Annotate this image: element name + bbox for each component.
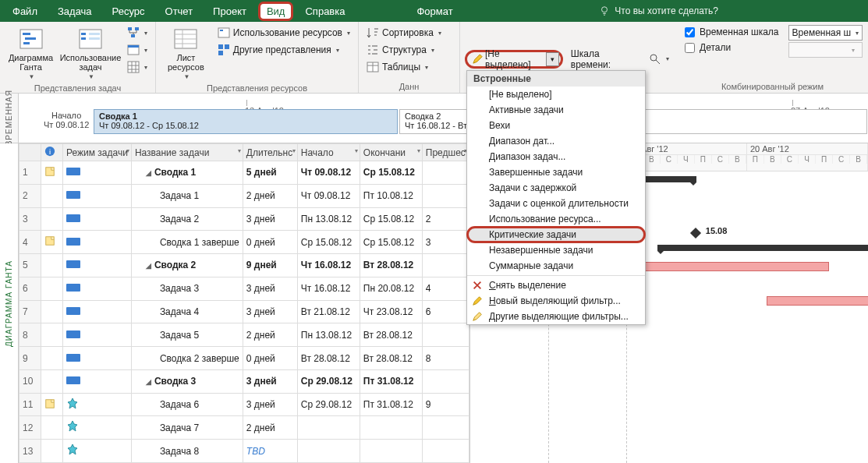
row-finish[interactable]: Пт 10.08.12 (360, 184, 422, 207)
row-pred[interactable]: 3 (422, 231, 469, 254)
row-number[interactable]: 4 (19, 231, 41, 254)
dropdown-item[interactable]: Диапазон задач... (467, 149, 645, 164)
row-info[interactable] (41, 207, 63, 231)
row-duration[interactable]: 3 дней (243, 300, 297, 323)
row-name[interactable]: Задача 8 (131, 440, 243, 463)
row-pred[interactable]: 6 (422, 300, 469, 323)
row-start[interactable]: Вт 21.08.12 (297, 300, 360, 323)
row-duration[interactable]: 9 дней (243, 254, 297, 277)
row-finish[interactable] (360, 440, 422, 463)
timeline-view-combo[interactable]: Временная ш▾ (788, 25, 863, 41)
table-row[interactable]: 2Задача 12 днейЧт 09.08.12Пт 10.08.12 (19, 184, 469, 207)
task-usage-button[interactable]: Использование задач ▼ (60, 25, 121, 82)
row-info[interactable] (41, 347, 63, 370)
table-row[interactable]: 6Задача 33 днейЧт 16.08.12Пн 20.08.124 (19, 277, 469, 300)
col-finish[interactable]: Окончани▾ (360, 144, 422, 161)
table-row[interactable]: 8Задача 52 днейПн 13.08.12Вт 28.08.12 (19, 323, 469, 347)
row-info[interactable] (41, 161, 63, 185)
row-mode[interactable] (63, 369, 132, 393)
col-rownum[interactable] (19, 144, 41, 161)
row-pred[interactable] (422, 254, 469, 277)
row-duration[interactable]: 2 дней (243, 184, 297, 207)
col-duration[interactable]: Длительнс▾ (243, 144, 297, 161)
table-row[interactable]: 7Задача 43 днейВт 21.08.12Чт 23.08.126 (19, 300, 469, 323)
row-pred[interactable]: 9 (422, 393, 469, 416)
row-mode[interactable] (63, 207, 132, 231)
row-name[interactable]: Задача 7 (131, 416, 243, 440)
row-pred[interactable] (422, 369, 469, 393)
row-finish[interactable]: Ср 15.08.12 (360, 231, 422, 254)
row-start[interactable] (297, 416, 360, 440)
col-pred[interactable]: Предшес▾ (422, 144, 469, 161)
row-pred[interactable] (422, 161, 469, 185)
row-finish[interactable]: Вт 28.08.12 (360, 323, 422, 347)
menu-view[interactable]: Вид (259, 2, 293, 20)
row-duration[interactable]: 2 дней (243, 323, 297, 347)
row-finish[interactable]: Пт 31.08.12 (360, 369, 422, 393)
row-mode[interactable] (63, 231, 132, 254)
row-name[interactable]: Задача 1 (131, 184, 243, 207)
row-mode[interactable] (63, 300, 132, 323)
other-task-views-button[interactable]: ▾ (124, 59, 151, 75)
row-mode[interactable] (63, 347, 132, 370)
row-duration[interactable]: 5 дней (243, 161, 297, 185)
row-start[interactable]: Вт 28.08.12 (297, 347, 360, 370)
row-mode[interactable] (63, 416, 132, 440)
row-pred[interactable] (422, 184, 469, 207)
row-start[interactable] (297, 440, 360, 463)
row-name[interactable]: Сводка 1 заверше (131, 231, 243, 254)
resource-usage-button[interactable]: Использование ресурсов▾ (214, 25, 353, 41)
menu-format[interactable]: Формат (409, 2, 460, 20)
table-row[interactable]: 4Сводка 1 заверше0 днейСр 15.08.12Ср 15.… (19, 231, 469, 254)
row-name[interactable]: Задача 6 (131, 393, 243, 416)
col-start[interactable]: Начало▾ (297, 144, 360, 161)
menu-task[interactable]: Задача (50, 2, 100, 20)
row-number[interactable]: 9 (19, 347, 41, 370)
row-duration[interactable]: 0 дней (243, 347, 297, 370)
row-start[interactable]: Чт 09.08.12 (297, 184, 360, 207)
dropdown-item[interactable]: [Не выделено] (467, 87, 645, 102)
row-number[interactable]: 8 (19, 323, 41, 347)
row-mode[interactable] (63, 254, 132, 277)
row-pred[interactable] (422, 416, 469, 440)
highlight-dropdown-button[interactable]: ▾ (546, 52, 559, 66)
row-info[interactable] (41, 231, 63, 254)
row-number[interactable]: 12 (19, 416, 41, 440)
task-table[interactable]: i Режим задачи▾ Название задачи▾ Длитель… (19, 143, 469, 463)
row-name[interactable]: Задача 4 (131, 300, 243, 323)
row-finish[interactable] (360, 416, 422, 440)
row-info[interactable] (41, 254, 63, 277)
row-mode[interactable] (63, 440, 132, 463)
row-number[interactable]: 3 (19, 207, 41, 231)
row-duration[interactable]: TBD (243, 440, 297, 463)
row-duration[interactable]: 0 дней (243, 231, 297, 254)
row-pred[interactable]: 4 (422, 277, 469, 300)
row-pred[interactable]: 2 (422, 207, 469, 231)
dropdown-action[interactable]: Новый выделяющий фильтр... (467, 293, 645, 309)
gantt-bar-1[interactable] (634, 262, 829, 271)
table-row[interactable]: 13Задача 8TBD (19, 440, 469, 463)
row-name[interactable]: Задача 2 (131, 207, 243, 231)
table-row[interactable]: 1◢Сводка 15 днейЧт 09.08.12Ср 15.08.12 (19, 161, 469, 185)
row-duration[interactable]: 3 дней (243, 393, 297, 416)
timeline-bar-1[interactable]: Сводка 1 Чт 09.08.12 - Ср 15.08.12 (94, 109, 398, 134)
row-finish[interactable]: Чт 23.08.12 (360, 300, 422, 323)
row-mode[interactable] (63, 277, 132, 300)
row-number[interactable]: 7 (19, 300, 41, 323)
details-checkbox[interactable]: Детали (682, 41, 782, 55)
sort-button[interactable]: Сортировка▾ (363, 25, 445, 41)
row-name[interactable]: Задача 5 (131, 323, 243, 347)
gantt-summary-2[interactable] (657, 245, 868, 251)
dropdown-item[interactable]: Задачи с задержкой (467, 180, 645, 196)
outline-button[interactable]: Структура▾ (363, 42, 445, 58)
row-info[interactable] (41, 323, 63, 347)
dropdown-item[interactable]: Использование ресурса... (467, 211, 645, 227)
col-mode[interactable]: Режим задачи▾ (63, 144, 132, 161)
row-finish[interactable]: Вт 28.08.12 (360, 254, 422, 277)
menu-resource[interactable]: Ресурс (105, 2, 153, 20)
row-number[interactable]: 10 (19, 369, 41, 393)
row-start[interactable]: Чт 16.08.12 (297, 277, 360, 300)
gantt-milestone-1[interactable] (690, 228, 701, 239)
row-pred[interactable]: 8 (422, 347, 469, 370)
row-mode[interactable] (63, 323, 132, 347)
